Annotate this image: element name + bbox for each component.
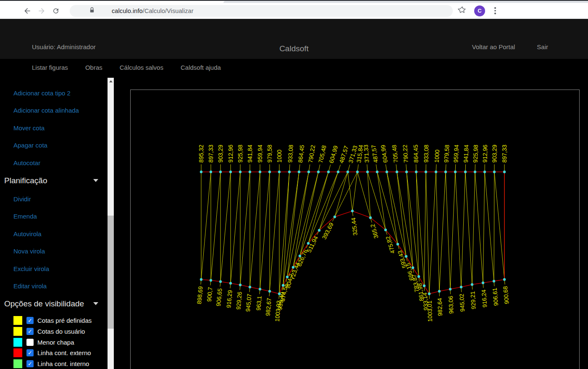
lock-icon <box>89 7 95 15</box>
sidebar-item[interactable]: Editar virola <box>13 282 47 290</box>
dimension-label-bottom: 365,2 <box>369 223 380 239</box>
vertex-point <box>384 229 387 231</box>
dimension-label-top: 979,58 <box>266 145 273 163</box>
sidebar-item[interactable]: Autocotar <box>13 159 40 166</box>
dimension-label-bottom: 906,65 <box>215 288 223 306</box>
vertex-point <box>249 286 251 288</box>
vertex-point <box>219 280 222 283</box>
portal-link[interactable]: Voltar ao Portal <box>472 43 515 50</box>
nav-item-1[interactable]: Listar figuras <box>32 64 68 71</box>
vertex-point <box>259 288 261 290</box>
vertex-point <box>483 171 486 173</box>
color-swatch <box>13 316 22 325</box>
back-icon[interactable] <box>20 5 34 17</box>
sidebar-section-header[interactable]: Opções de visibilidade <box>4 299 84 308</box>
sidebar-item[interactable]: Autovirola <box>13 230 42 237</box>
sidebar-item[interactable]: Emenda <box>13 213 37 220</box>
sidebar-item[interactable]: Dividir <box>13 195 31 203</box>
dimension-label-top: 959,94 <box>452 145 460 163</box>
vertex-point <box>268 171 271 173</box>
vertex-point <box>464 171 467 173</box>
sidebar-section-header[interactable]: Planificação <box>4 176 47 185</box>
dimension-label-top: 941,84 <box>462 145 470 163</box>
nav-item-3[interactable]: Cálculos salvos <box>120 64 163 71</box>
vertex-point <box>435 171 437 173</box>
dimension-label-top: 604,99 <box>379 145 388 163</box>
profile-avatar[interactable]: C <box>474 5 485 16</box>
browser-menu-icon[interactable] <box>493 5 498 16</box>
vertex-point <box>493 171 496 173</box>
sidebar-item[interactable]: Mover cota <box>13 124 45 132</box>
vertex-point <box>396 171 398 173</box>
sidebar-item[interactable]: Nova virola <box>13 248 45 255</box>
logout-link[interactable]: Sair <box>537 43 548 50</box>
nav-item-4[interactable]: Caldsoft ajuda <box>181 64 221 71</box>
vertex-point <box>282 284 284 287</box>
chevron-down-icon[interactable] <box>93 179 98 182</box>
dimension-label-top: 790,22 <box>307 145 317 163</box>
dimension-label-top: 705,48 <box>391 144 399 163</box>
dimension-label-bottom: 900,68 <box>502 286 510 304</box>
color-swatch <box>13 359 22 368</box>
visibility-checkbox[interactable]: ✓ <box>26 328 34 335</box>
sidebar-scrollbar[interactable] <box>108 78 114 369</box>
visibility-option-row: Menor chapa <box>13 337 74 347</box>
scrollbar-thumb[interactable] <box>108 216 114 329</box>
vertex-point <box>386 171 388 173</box>
vertex-point <box>428 293 430 295</box>
dimension-label-top: 979,58 <box>443 145 450 163</box>
reload-icon[interactable] <box>49 5 63 17</box>
visibility-checkbox[interactable] <box>26 339 34 346</box>
visibility-option-label: Cotas do usuário <box>37 328 85 335</box>
vertex-point <box>460 286 462 288</box>
dimension-label-bottom: 393,69 <box>320 221 335 240</box>
vertex-point <box>503 171 506 173</box>
vertex-point <box>396 243 399 245</box>
dimension-label-bottom: 475,82 <box>384 235 396 255</box>
vertex-point <box>278 293 281 295</box>
vertex-point <box>298 171 300 173</box>
vertex-point <box>444 171 447 173</box>
color-swatch <box>13 338 22 347</box>
dimension-label-top: 903,29 <box>491 145 498 163</box>
sidebar-item[interactable]: Excluir virola <box>13 265 49 272</box>
chevron-down-icon[interactable] <box>93 302 98 305</box>
dimension-label-bottom: 929,26 <box>235 291 243 310</box>
browser-toolbar: calculo.info/Calculo/Visualizar C <box>0 3 588 19</box>
address-bar[interactable]: calculo.info/Calculo/Visualizar <box>70 5 453 17</box>
vertex-point <box>219 171 222 173</box>
sidebar-item[interactable]: Adicionar cota alinhada <box>13 107 79 114</box>
dimension-label-bottom: 982,64 <box>436 298 443 316</box>
vertex-point <box>307 242 310 245</box>
vertex-point <box>288 171 291 173</box>
planification-figure[interactable]: 895,32898,69897,33900,7903,29906,65912,9… <box>118 78 588 369</box>
vertex-point <box>210 171 212 173</box>
dimension-label-top: 959,94 <box>257 145 263 163</box>
forward-icon[interactable] <box>34 5 49 17</box>
dimension-label-top: 371,33 <box>362 145 370 163</box>
dimension-label-bottom: 963,1 <box>255 295 263 311</box>
sidebar-item[interactable]: Apagar cota <box>13 142 47 149</box>
nav-item-2[interactable]: Obras <box>85 64 102 71</box>
vertex-point <box>318 229 320 232</box>
scroll-up-arrow-icon[interactable] <box>108 78 114 84</box>
dimension-label-bottom: 982,67 <box>264 298 272 316</box>
sidebar: Adicionar cota tipo 2Adicionar cota alin… <box>0 78 108 369</box>
visibility-checkbox[interactable]: ✓ <box>26 317 34 324</box>
dimension-label-top: 925,98 <box>237 145 244 163</box>
vertex-point <box>449 288 452 290</box>
visibility-checkbox[interactable]: ✓ <box>26 349 34 356</box>
vertex-point <box>415 171 417 173</box>
visibility-option-row: ✓Cotas do usuário <box>13 327 85 336</box>
vertex-point <box>471 283 473 286</box>
visibility-checkbox[interactable]: ✓ <box>26 360 34 367</box>
vertex-point <box>474 171 476 173</box>
sidebar-item[interactable]: Adicionar cota tipo 2 <box>13 90 71 97</box>
bookmark-star-icon[interactable] <box>458 5 467 16</box>
dimension-label-bottom: 929,21 <box>469 291 477 309</box>
vertex-point <box>423 285 425 287</box>
dimension-label-top: 705,48 <box>317 145 328 163</box>
vertex-point <box>278 171 281 173</box>
dimension-label-top: 912,96 <box>481 145 488 163</box>
vertex-point <box>412 266 414 269</box>
